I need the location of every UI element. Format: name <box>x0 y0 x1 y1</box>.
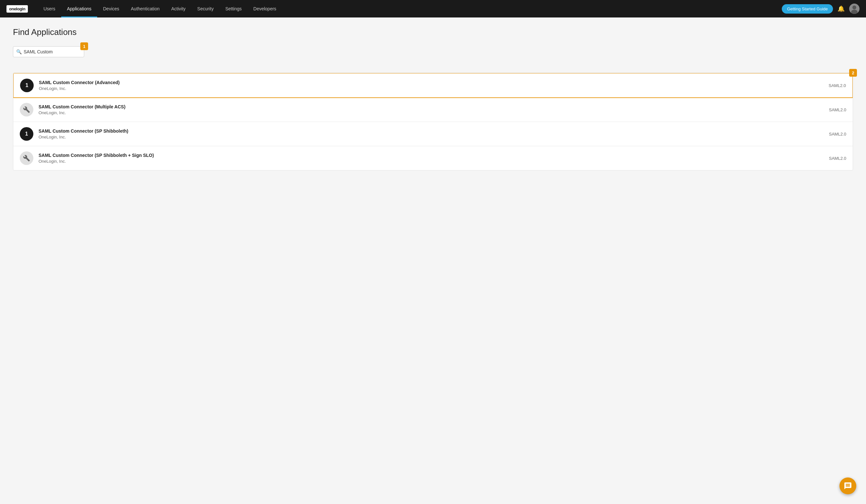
result-vendor: OneLogin, Inc. <box>39 86 829 91</box>
nav-links: UsersApplicationsDevicesAuthenticationAc… <box>37 0 782 18</box>
step-badge-1: 1 <box>80 42 88 50</box>
results-container: 1SAML Custom Connector (Advanced)OneLogi… <box>13 73 853 171</box>
result-name: SAML Custom Connector (Multiple ACS) <box>38 104 829 109</box>
result-vendor: OneLogin, Inc. <box>38 135 829 139</box>
list-item[interactable]: SAML Custom Connector (SP Shibboleth + S… <box>13 146 853 170</box>
nav-item-applications[interactable]: Applications <box>61 0 98 18</box>
svg-point-1 <box>851 10 857 14</box>
nav-item-authentication[interactable]: Authentication <box>125 0 166 18</box>
search-wrapper: 🔍 <box>13 46 84 57</box>
main-content: Find Applications 🔍 1 1SAML Custom Conne… <box>0 18 866 182</box>
list-item[interactable]: 1SAML Custom Connector (Advanced)OneLogi… <box>13 73 853 98</box>
bell-icon[interactable]: 🔔 <box>837 5 845 12</box>
svg-point-0 <box>852 5 856 9</box>
nav-item-settings[interactable]: Settings <box>220 0 248 18</box>
list-item[interactable]: 1SAML Custom Connector (SP Shibboleth)On… <box>13 122 853 146</box>
nav-item-devices[interactable]: Devices <box>97 0 125 18</box>
results-wrapper: 1SAML Custom Connector (Advanced)OneLogi… <box>13 73 853 171</box>
result-protocol: SAML2.0 <box>829 107 846 112</box>
result-protocol: SAML2.0 <box>829 156 846 161</box>
nav-right: Getting Started Guide 🔔 <box>782 3 859 14</box>
chat-button[interactable] <box>840 478 856 494</box>
result-name: SAML Custom Connector (SP Shibboleth) <box>38 128 829 134</box>
search-input[interactable] <box>13 46 84 57</box>
step-badge-2: 2 <box>849 69 857 77</box>
nav-item-users[interactable]: Users <box>37 0 61 18</box>
getting-started-button[interactable]: Getting Started Guide <box>782 4 833 14</box>
navbar: onelogin UsersApplicationsDevicesAuthent… <box>0 0 866 18</box>
nav-item-security[interactable]: Security <box>191 0 220 18</box>
search-container: 🔍 1 <box>13 46 84 65</box>
result-name: SAML Custom Connector (Advanced) <box>39 80 829 85</box>
result-protocol: SAML2.0 <box>829 83 846 88</box>
list-item[interactable]: SAML Custom Connector (Multiple ACS)OneL… <box>13 98 853 122</box>
avatar[interactable] <box>849 3 859 14</box>
result-vendor: OneLogin, Inc. <box>38 159 829 164</box>
page-title: Find Applications <box>13 27 853 37</box>
brand-logo[interactable]: onelogin <box>7 5 28 13</box>
result-protocol: SAML2.0 <box>829 131 846 137</box>
nav-item-activity[interactable]: Activity <box>166 0 191 18</box>
result-vendor: OneLogin, Inc. <box>38 110 829 115</box>
result-name: SAML Custom Connector (SP Shibboleth + S… <box>38 153 829 158</box>
nav-item-developers[interactable]: Developers <box>247 0 282 18</box>
